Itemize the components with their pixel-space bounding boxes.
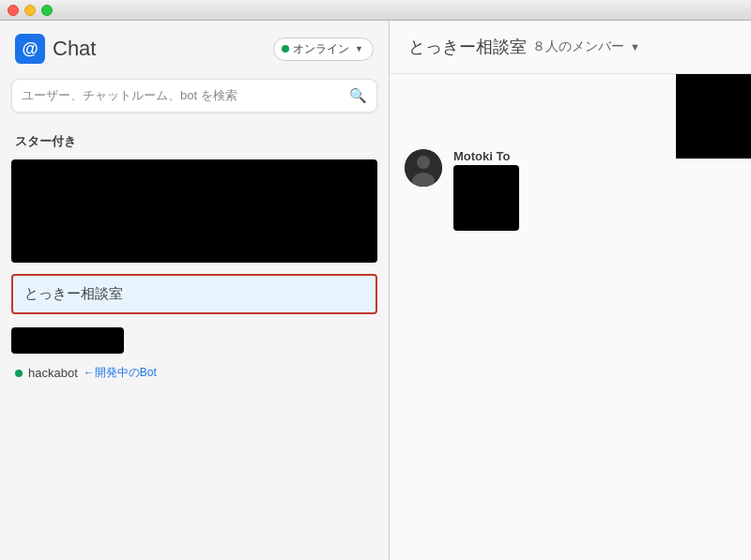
bot-item[interactable]: hackabot ←開発中のBot	[0, 359, 389, 386]
chat-logo-icon: @	[15, 34, 45, 64]
message-bubble	[453, 165, 519, 231]
avatar	[405, 149, 442, 187]
maximize-button[interactable]	[41, 5, 53, 16]
minimize-button[interactable]	[24, 5, 36, 16]
member-count: ８人のメンバー	[532, 38, 624, 55]
selected-room-item[interactable]: とっきー相談室	[11, 274, 377, 314]
status-dot-icon	[282, 45, 289, 53]
app-container: @ Chat オンライン ▼ ユーザー、チャットルーム、bot を検索 🔍 スタ…	[0, 21, 751, 560]
starred-section-label: スター付き	[0, 126, 389, 156]
svg-point-3	[417, 156, 430, 169]
search-placeholder-text: ユーザー、チャットルーム、bot を検索	[22, 87, 344, 104]
bot-name-label: hackabot	[28, 366, 78, 380]
svg-text:@: @	[22, 39, 38, 58]
room-title: とっきー相談室	[408, 36, 527, 58]
selected-room-label: とっきー相談室	[24, 285, 123, 301]
small-black-bar	[11, 327, 124, 354]
starred-item[interactable]	[11, 159, 377, 263]
members-chevron-icon[interactable]: ▼	[630, 41, 640, 53]
sidebar: @ Chat オンライン ▼ ユーザー、チャットルーム、bot を検索 🔍 スタ…	[0, 21, 390, 560]
status-chevron-icon: ▼	[355, 44, 363, 53]
message-sender-name: Motoki To	[453, 149, 736, 163]
message-content: Motoki To	[453, 149, 736, 231]
titlebar	[0, 0, 751, 21]
sidebar-header: @ Chat オンライン ▼	[0, 21, 389, 73]
search-box[interactable]: ユーザー、チャットルーム、bot を検索 🔍	[11, 79, 377, 113]
close-button[interactable]	[8, 5, 19, 16]
search-container: ユーザー、チャットルーム、bot を検索 🔍	[0, 73, 389, 126]
status-badge[interactable]: オンライン ▼	[273, 38, 374, 61]
search-icon: 🔍	[349, 87, 367, 104]
bot-online-dot-icon	[15, 370, 23, 377]
top-right-blacked-area	[676, 74, 751, 159]
app-title: Chat	[53, 37, 266, 61]
main-body: Motoki To	[390, 74, 751, 560]
main-header: とっきー相談室 ８人のメンバー ▼	[390, 21, 751, 74]
main-content: とっきー相談室 ８人のメンバー ▼	[390, 21, 751, 560]
bot-tag-label: ←開発中のBot	[84, 365, 157, 381]
message-row: Motoki To	[390, 149, 751, 231]
status-label: オンライン	[293, 41, 349, 57]
